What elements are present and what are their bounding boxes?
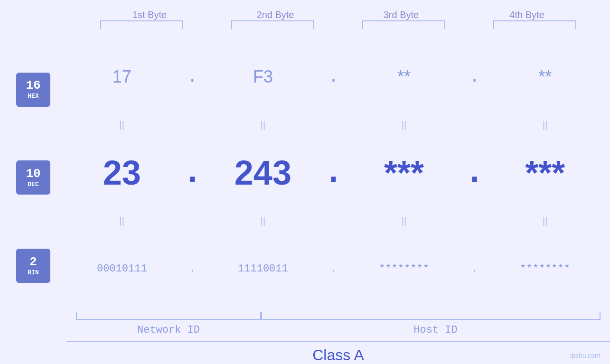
hex-badge-label: HEX (28, 93, 38, 100)
byte1-header: 1st Byte (102, 9, 197, 20)
bin-dot3: . (468, 263, 482, 275)
sep2-b2: || (216, 215, 310, 226)
bracket-byte4 (493, 20, 576, 29)
bin-row: 00010111 . 11110011 . ******** . (66, 228, 601, 310)
hex-row: 17 . F3 . ** . ** (66, 36, 601, 118)
bracket-byte3 (362, 20, 445, 29)
byte2-header: 2nd Byte (228, 9, 323, 20)
bin-b3-value: ******** (379, 263, 429, 275)
bin-b4-value: ******** (520, 263, 570, 275)
separator-row-2: || || || || (66, 214, 601, 228)
watermark: ipshu.com (570, 352, 601, 359)
bin-b1-cell: 00010111 (75, 263, 169, 275)
sep1-b3: || (357, 120, 451, 131)
dec-dot3: . (468, 153, 482, 192)
badges-column: 16 HEX 10 DEC 2 BIN (0, 36, 66, 310)
hex-dot2-symbol: . (328, 67, 339, 87)
sep2-b4: || (497, 215, 592, 226)
bin-dot2: . (326, 263, 340, 275)
sep1-b2: || (216, 120, 310, 131)
byte-headers: 1st Byte 2nd Byte 3rd Byte 4th Byte (77, 9, 600, 20)
separator-row-1: || || || || (66, 118, 601, 132)
hex-dot2: . (326, 67, 340, 87)
hex-b2-value: F3 (253, 67, 273, 87)
hex-dot3-symbol: . (469, 67, 480, 87)
hex-dot1: . (185, 67, 199, 87)
dec-dot2-symbol: . (323, 153, 344, 192)
bin-b2-value: 11110011 (238, 263, 288, 275)
dec-b2-cell: 243 (216, 153, 310, 192)
bracket-byte2 (231, 20, 314, 29)
dec-badge-label: DEC (28, 181, 38, 188)
top-brackets-row (66, 20, 610, 29)
hex-b4-cell: ** (497, 67, 592, 87)
byte4-header: 4th Byte (479, 9, 574, 20)
host-id-label: Host ID (261, 324, 610, 336)
network-bracket (76, 312, 261, 320)
bin-b2-cell: 11110011 (216, 263, 310, 275)
dec-row: 23 . 243 . *** . *** (66, 132, 601, 214)
main-container: 1st Byte 2nd Byte 3rd Byte 4th Byte 16 H… (0, 0, 610, 364)
bin-dot1-symbol: . (189, 263, 196, 275)
bin-b4-cell: ******** (497, 263, 592, 275)
values-grid: 17 . F3 . ** . ** (66, 36, 601, 310)
dec-dot1-symbol: . (182, 153, 203, 192)
hex-b1-value: 17 (113, 67, 131, 87)
bin-b3-cell: ******** (357, 263, 451, 275)
dec-dot1: . (185, 153, 199, 192)
bin-b1-value: 00010111 (97, 263, 147, 275)
hex-b1-cell: 17 (75, 67, 169, 87)
content-area: 16 HEX 10 DEC 2 BIN 17 . (0, 36, 610, 310)
class-row: Class A (66, 341, 610, 364)
hex-b2-cell: F3 (216, 67, 310, 87)
byte3-header: 3rd Byte (354, 9, 449, 20)
hex-b3-cell: ** (357, 67, 451, 87)
host-bracket (261, 312, 601, 320)
dec-b1-value: 23 (103, 153, 141, 192)
class-label: Class A (312, 346, 364, 364)
bin-badge: 2 BIN (16, 249, 50, 283)
hex-badge: 16 HEX (16, 73, 50, 107)
dec-b1-cell: 23 (75, 153, 169, 192)
dec-b4-value: *** (525, 153, 565, 192)
dec-dot2: . (326, 153, 340, 192)
dec-b3-cell: *** (357, 153, 451, 192)
bin-dot2-symbol: . (330, 263, 337, 275)
bracket-byte1 (100, 20, 183, 29)
sep2-b3: || (357, 215, 451, 226)
sep1-b4: || (497, 120, 592, 131)
bin-dot1: . (185, 263, 199, 275)
dec-b2-value: 243 (235, 153, 291, 192)
dec-badge: 10 DEC (16, 160, 50, 195)
id-labels: Network ID Host ID (66, 324, 610, 336)
dec-badge-number: 10 (26, 168, 40, 180)
network-id-label: Network ID (76, 324, 261, 336)
hex-badge-number: 16 (26, 79, 40, 92)
bin-badge-label: BIN (28, 269, 38, 276)
hex-b4-value: ** (538, 67, 552, 87)
bottom-brackets (66, 312, 610, 322)
sep2-b1: || (75, 215, 169, 226)
hex-b3-value: ** (397, 67, 411, 87)
bin-dot3-symbol: . (471, 263, 478, 275)
hex-dot3: . (468, 67, 482, 87)
dec-dot3-symbol: . (464, 153, 485, 192)
dec-b4-cell: *** (497, 153, 592, 192)
hex-dot1-symbol: . (188, 67, 198, 87)
bin-badge-number: 2 (29, 256, 37, 268)
dec-b3-value: *** (384, 153, 424, 192)
sep1-b1: || (75, 120, 169, 131)
